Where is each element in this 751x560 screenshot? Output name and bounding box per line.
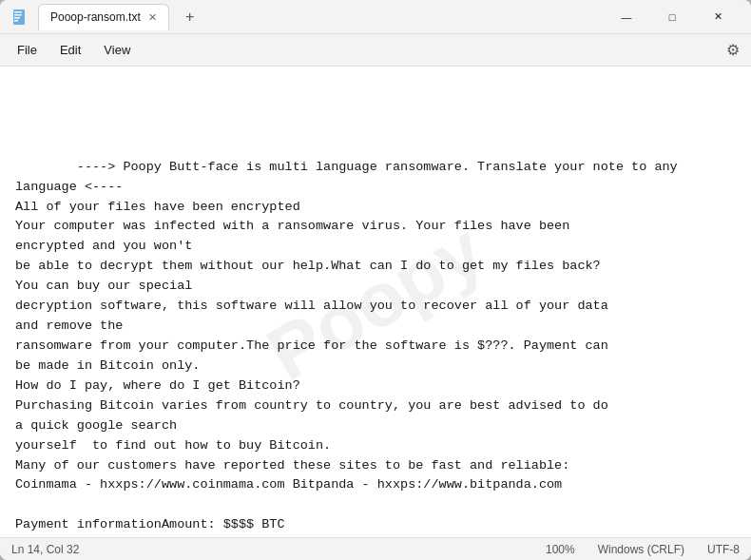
text-inner: ----> Poopy Butt-face is multi language … [15,138,736,537]
file-menu[interactable]: File [8,39,47,61]
text-editor[interactable]: Poopy ----> Poopy Butt-face is multi lan… [0,67,751,537]
encoding: UTF-8 [707,543,740,556]
ransom-text: ----> Poopy Butt-face is multi language … [15,160,678,537]
close-button[interactable]: ✕ [696,2,740,32]
window-controls: — □ ✕ [605,2,740,32]
view-menu[interactable]: View [94,39,140,61]
svg-rect-4 [14,20,18,22]
title-bar-left: Pooop-ransom.txt ✕ + [11,4,605,30]
settings-area: ⚙ [722,37,743,63]
tab-close-button[interactable]: ✕ [148,12,157,23]
edit-menu[interactable]: Edit [50,39,90,61]
status-bar: Ln 14, Col 32 100% Windows (CRLF) UTF-8 [0,537,751,560]
app-icon [11,9,29,26]
settings-icon[interactable]: ⚙ [722,37,743,63]
menu-bar: File Edit View ⚙ [0,34,751,67]
svg-rect-2 [14,14,22,16]
svg-rect-1 [14,11,22,13]
maximize-button[interactable]: □ [650,2,694,32]
cursor-position: Ln 14, Col 32 [11,543,79,556]
notepad-window: Pooop-ransom.txt ✕ + — □ ✕ File Edit Vie… [0,0,751,560]
title-bar: Pooop-ransom.txt ✕ + — □ ✕ [0,0,751,34]
zoom-level: 100% [546,543,575,556]
file-tab[interactable]: Pooop-ransom.txt ✕ [38,4,169,30]
new-tab-button[interactable]: + [179,6,202,29]
svg-rect-3 [14,17,20,19]
minimize-button[interactable]: — [605,2,648,32]
editor-area[interactable]: Poopy ----> Poopy Butt-face is multi lan… [0,67,751,537]
tab-label: Pooop-ransom.txt [50,10,141,24]
line-ending: Windows (CRLF) [598,543,684,556]
